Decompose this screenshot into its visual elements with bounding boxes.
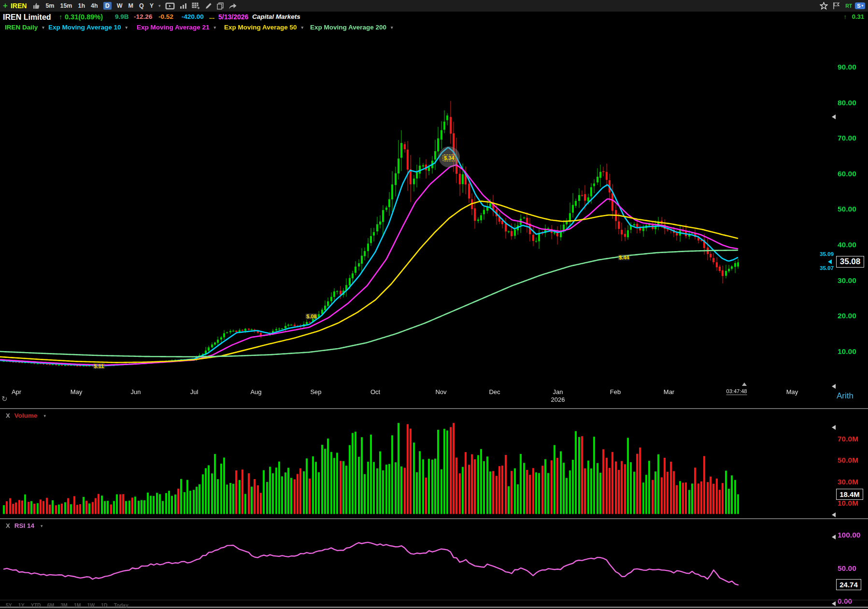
indicator-label-4[interactable]: Exp Moving Average 200▾ [310,24,395,31]
reset-scroll-icon[interactable]: ↻ [1,395,8,403]
scale-marker-icon[interactable] [832,512,836,517]
scale-type-label[interactable]: Arith [837,391,854,401]
scale-marker-icon[interactable] [832,384,836,389]
timeframe-dropdown-caret[interactable]: ▾ [158,3,161,8]
price-axis-label: 40.00 [838,241,856,249]
symbol-label[interactable]: IREN [11,2,27,10]
timeframe-Y[interactable]: Y [150,2,154,9]
scale-marker-icon[interactable] [832,535,836,539]
favorite-star-icon[interactable] [820,2,828,10]
indicator-row: IREN Daily▾Exp Moving Average 10▾Exp Mov… [0,23,868,33]
x-axis-label: Jan [553,388,563,396]
tv-chart-icon[interactable] [165,2,175,10]
indicator-label-2[interactable]: Exp Moving Average 21▾ [137,24,218,31]
timeframe-1h[interactable]: 1h [78,2,85,9]
chevron-down-icon[interactable]: ▾ [41,524,43,528]
range-3m[interactable]: 3M [60,602,68,608]
share-arrow-icon[interactable] [228,2,237,10]
x-axis-label: Dec [489,388,500,396]
stat-1: -12.26 [134,13,152,20]
add-symbol-icon[interactable]: + [3,1,8,11]
chevron-down-icon[interactable]: ▾ [42,25,44,30]
change-value: 0.31(0.89%) [65,13,103,21]
timeframe-M[interactable]: M [128,2,133,9]
chart-volume-divider[interactable] [0,408,868,409]
volume-axis-label: 70.0M [838,435,858,443]
chevron-down-icon[interactable]: ▾ [126,25,128,30]
rsi-bottom-divider [0,600,868,600]
right-change-value: 0.31 [852,13,864,20]
chevron-down-icon: ▾ [861,4,863,8]
indicator-text: Exp Moving Average 200 [310,24,386,31]
range-6m[interactable]: 6M [47,602,55,608]
indicator-label-3[interactable]: Exp Moving Average 50▾ [224,24,305,31]
close-rsi-button[interactable]: X [6,522,10,529]
volume-axis-label: 30.0M [838,478,858,486]
price-axis-label: 20.00 [838,312,856,320]
price-annotation[interactable]: $.11 [93,363,105,369]
scale-marker-icon[interactable] [832,601,836,606]
range-today[interactable]: Today [114,602,128,608]
sector-label: Capital Markets [252,13,300,20]
price-axis-label: 90.00 [838,63,856,71]
range-1w[interactable]: 1W [87,602,95,608]
range-1d[interactable]: 1D [101,602,107,608]
x-axis-label: Jun [131,388,141,396]
rsi-panel-title[interactable]: RSI 14 [14,522,34,529]
timeframe-15m[interactable]: 15m [60,2,72,9]
timeframe-5m[interactable]: 5m [45,2,54,9]
indicator-label-0[interactable]: IREN Daily▾ [5,24,46,31]
timeframe-4h[interactable]: 4h [91,2,98,9]
range-1y[interactable]: 1Y [18,602,25,608]
bottom-scrollbar[interactable] [0,607,868,608]
timeframe-Q[interactable]: Q [139,2,144,9]
ask-price: 35.09 [820,251,834,257]
price-axis-label: 60.00 [838,170,856,178]
scale-marker-icon[interactable] [832,114,836,119]
year-label: 2026 [551,396,565,403]
last-volume-badge: 18.4M [836,489,863,500]
bid-price: 35.07 [820,265,834,271]
indicator-label-1[interactable]: Exp Moving Average 10▾ [48,24,129,31]
volume-panel-header: X Volume ▾ [6,412,48,419]
source-badge[interactable]: S▾ [855,2,865,9]
last-price-badge: 35.08 [836,256,864,268]
range-1m[interactable]: 1M [74,602,81,608]
volume-bars-icon[interactable] [180,2,187,9]
price-annotation[interactable]: $.44 [618,255,630,260]
indicator-text: Exp Moving Average 50 [224,24,297,31]
expiry-date: 5/13/2026 [218,13,248,21]
price-axis-label: 70.00 [838,134,856,142]
price-annotation[interactable]: $.34 [442,155,455,161]
draw-pencil-icon[interactable] [205,2,212,9]
price-axis-label: 30.00 [838,276,856,285]
chart-canvas[interactable] [0,0,868,609]
range-5y[interactable]: 5Y [6,602,12,608]
chevron-down-icon[interactable]: ▾ [43,413,46,418]
volume-rsi-divider[interactable] [0,518,868,519]
rsi-panel-header: X RSI 14 ▾ [6,522,44,529]
x-axis-label: May [71,388,83,396]
flag-icon[interactable] [833,2,840,10]
range-ytd[interactable]: YTD [31,602,41,608]
chevron-down-icon[interactable]: ▾ [301,25,304,30]
thumbs-up-icon[interactable] [33,2,40,9]
copy-pages-icon[interactable] [217,2,224,10]
timeframe-W[interactable]: W [117,2,123,9]
price-annotation[interactable]: $.08 [305,313,317,319]
ellipsis-label[interactable]: ... [209,13,214,20]
x-axis-label: Oct [370,388,380,396]
volume-panel-title[interactable]: Volume [14,412,38,419]
x-axis-label: Sep [310,388,321,396]
options-table-icon[interactable] [192,2,200,10]
trading-app: + IREN 5m15m1h4hDWMQY ▾ R [0,0,868,609]
price-axis-label: 10.00 [838,347,856,356]
chevron-down-icon[interactable]: ▾ [391,25,393,30]
timeframe-D[interactable]: D [103,2,112,10]
timeframe-group: 5m15m1h4hDWMQY [43,2,157,10]
close-volume-button[interactable]: X [6,412,10,419]
top-toolbar: + IREN 5m15m1h4hDWMQY ▾ [0,0,868,12]
volume-axis-label: 50.0M [838,456,858,465]
chevron-down-icon[interactable]: ▾ [214,25,216,30]
scale-marker-icon[interactable] [832,425,836,430]
